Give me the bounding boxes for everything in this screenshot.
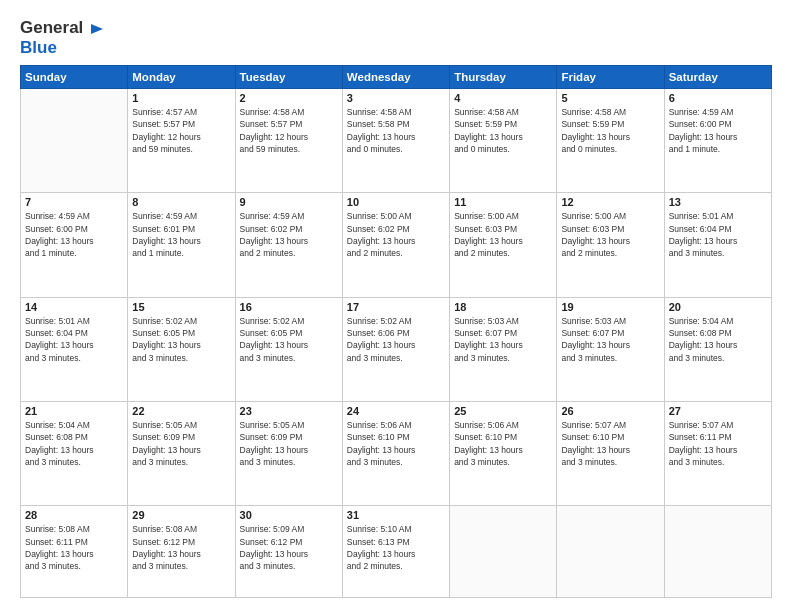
day-number: 20 xyxy=(669,301,767,313)
calendar-day-cell: 25Sunrise: 5:06 AM Sunset: 6:10 PM Dayli… xyxy=(450,402,557,506)
weekday-header-row: SundayMondayTuesdayWednesdayThursdayFrid… xyxy=(21,66,772,89)
day-number: 5 xyxy=(561,92,659,104)
calendar-day-cell xyxy=(450,506,557,598)
day-number: 10 xyxy=(347,196,445,208)
calendar-day-cell: 13Sunrise: 5:01 AM Sunset: 6:04 PM Dayli… xyxy=(664,193,771,297)
calendar-table: SundayMondayTuesdayWednesdayThursdayFrid… xyxy=(20,65,772,598)
logo-arrow-icon xyxy=(89,22,103,36)
day-number: 18 xyxy=(454,301,552,313)
calendar-day-cell: 22Sunrise: 5:05 AM Sunset: 6:09 PM Dayli… xyxy=(128,402,235,506)
day-number: 15 xyxy=(132,301,230,313)
svg-marker-0 xyxy=(91,24,103,34)
day-number: 6 xyxy=(669,92,767,104)
day-number: 30 xyxy=(240,509,338,521)
day-number: 31 xyxy=(347,509,445,521)
calendar-day-cell: 26Sunrise: 5:07 AM Sunset: 6:10 PM Dayli… xyxy=(557,402,664,506)
day-info: Sunrise: 4:58 AM Sunset: 5:59 PM Dayligh… xyxy=(454,106,552,155)
day-info: Sunrise: 5:08 AM Sunset: 6:11 PM Dayligh… xyxy=(25,523,123,572)
day-number: 9 xyxy=(240,196,338,208)
calendar-day-cell: 3Sunrise: 4:58 AM Sunset: 5:58 PM Daylig… xyxy=(342,89,449,193)
weekday-header-cell: Tuesday xyxy=(235,66,342,89)
calendar-day-cell: 14Sunrise: 5:01 AM Sunset: 6:04 PM Dayli… xyxy=(21,297,128,401)
day-info: Sunrise: 5:02 AM Sunset: 6:06 PM Dayligh… xyxy=(347,315,445,364)
day-info: Sunrise: 5:07 AM Sunset: 6:10 PM Dayligh… xyxy=(561,419,659,468)
calendar-day-cell: 18Sunrise: 5:03 AM Sunset: 6:07 PM Dayli… xyxy=(450,297,557,401)
calendar-day-cell: 6Sunrise: 4:59 AM Sunset: 6:00 PM Daylig… xyxy=(664,89,771,193)
day-info: Sunrise: 5:06 AM Sunset: 6:10 PM Dayligh… xyxy=(454,419,552,468)
day-info: Sunrise: 5:10 AM Sunset: 6:13 PM Dayligh… xyxy=(347,523,445,572)
day-info: Sunrise: 4:58 AM Sunset: 5:58 PM Dayligh… xyxy=(347,106,445,155)
calendar-day-cell: 2Sunrise: 4:58 AM Sunset: 5:57 PM Daylig… xyxy=(235,89,342,193)
day-number: 23 xyxy=(240,405,338,417)
calendar-day-cell: 31Sunrise: 5:10 AM Sunset: 6:13 PM Dayli… xyxy=(342,506,449,598)
day-info: Sunrise: 5:01 AM Sunset: 6:04 PM Dayligh… xyxy=(25,315,123,364)
calendar-day-cell: 15Sunrise: 5:02 AM Sunset: 6:05 PM Dayli… xyxy=(128,297,235,401)
weekday-header-cell: Monday xyxy=(128,66,235,89)
day-info: Sunrise: 5:02 AM Sunset: 6:05 PM Dayligh… xyxy=(240,315,338,364)
day-number: 3 xyxy=(347,92,445,104)
calendar-day-cell: 7Sunrise: 4:59 AM Sunset: 6:00 PM Daylig… xyxy=(21,193,128,297)
day-number: 17 xyxy=(347,301,445,313)
calendar-day-cell xyxy=(21,89,128,193)
day-number: 14 xyxy=(25,301,123,313)
day-number: 24 xyxy=(347,405,445,417)
calendar-day-cell: 1Sunrise: 4:57 AM Sunset: 5:57 PM Daylig… xyxy=(128,89,235,193)
calendar-week-row: 21Sunrise: 5:04 AM Sunset: 6:08 PM Dayli… xyxy=(21,402,772,506)
calendar-day-cell: 28Sunrise: 5:08 AM Sunset: 6:11 PM Dayli… xyxy=(21,506,128,598)
day-number: 2 xyxy=(240,92,338,104)
day-info: Sunrise: 5:03 AM Sunset: 6:07 PM Dayligh… xyxy=(454,315,552,364)
day-number: 8 xyxy=(132,196,230,208)
day-number: 12 xyxy=(561,196,659,208)
day-info: Sunrise: 4:58 AM Sunset: 5:59 PM Dayligh… xyxy=(561,106,659,155)
day-info: Sunrise: 4:59 AM Sunset: 6:00 PM Dayligh… xyxy=(669,106,767,155)
day-number: 22 xyxy=(132,405,230,417)
logo: General Blue xyxy=(20,18,103,57)
day-number: 1 xyxy=(132,92,230,104)
calendar-day-cell: 23Sunrise: 5:05 AM Sunset: 6:09 PM Dayli… xyxy=(235,402,342,506)
day-info: Sunrise: 5:07 AM Sunset: 6:11 PM Dayligh… xyxy=(669,419,767,468)
day-number: 16 xyxy=(240,301,338,313)
day-number: 28 xyxy=(25,509,123,521)
calendar-day-cell: 30Sunrise: 5:09 AM Sunset: 6:12 PM Dayli… xyxy=(235,506,342,598)
weekday-header-cell: Sunday xyxy=(21,66,128,89)
day-info: Sunrise: 4:58 AM Sunset: 5:57 PM Dayligh… xyxy=(240,106,338,155)
logo-text: General Blue xyxy=(20,18,103,57)
calendar-day-cell: 5Sunrise: 4:58 AM Sunset: 5:59 PM Daylig… xyxy=(557,89,664,193)
calendar-day-cell xyxy=(557,506,664,598)
day-info: Sunrise: 4:59 AM Sunset: 6:02 PM Dayligh… xyxy=(240,210,338,259)
weekday-header-cell: Wednesday xyxy=(342,66,449,89)
day-number: 21 xyxy=(25,405,123,417)
day-info: Sunrise: 5:06 AM Sunset: 6:10 PM Dayligh… xyxy=(347,419,445,468)
header: General Blue xyxy=(20,18,772,57)
calendar-body: 1Sunrise: 4:57 AM Sunset: 5:57 PM Daylig… xyxy=(21,89,772,598)
calendar-day-cell: 24Sunrise: 5:06 AM Sunset: 6:10 PM Dayli… xyxy=(342,402,449,506)
calendar-day-cell: 20Sunrise: 5:04 AM Sunset: 6:08 PM Dayli… xyxy=(664,297,771,401)
calendar-day-cell: 21Sunrise: 5:04 AM Sunset: 6:08 PM Dayli… xyxy=(21,402,128,506)
day-info: Sunrise: 4:59 AM Sunset: 6:01 PM Dayligh… xyxy=(132,210,230,259)
calendar-day-cell: 29Sunrise: 5:08 AM Sunset: 6:12 PM Dayli… xyxy=(128,506,235,598)
day-number: 11 xyxy=(454,196,552,208)
day-number: 26 xyxy=(561,405,659,417)
day-info: Sunrise: 5:04 AM Sunset: 6:08 PM Dayligh… xyxy=(669,315,767,364)
weekday-header-cell: Saturday xyxy=(664,66,771,89)
day-info: Sunrise: 5:03 AM Sunset: 6:07 PM Dayligh… xyxy=(561,315,659,364)
day-info: Sunrise: 5:00 AM Sunset: 6:03 PM Dayligh… xyxy=(454,210,552,259)
calendar-day-cell xyxy=(664,506,771,598)
weekday-header-cell: Friday xyxy=(557,66,664,89)
page: General Blue SundayMondayTuesdayWednesda… xyxy=(0,0,792,612)
day-number: 27 xyxy=(669,405,767,417)
day-info: Sunrise: 4:57 AM Sunset: 5:57 PM Dayligh… xyxy=(132,106,230,155)
day-info: Sunrise: 5:08 AM Sunset: 6:12 PM Dayligh… xyxy=(132,523,230,572)
calendar-week-row: 14Sunrise: 5:01 AM Sunset: 6:04 PM Dayli… xyxy=(21,297,772,401)
calendar-week-row: 1Sunrise: 4:57 AM Sunset: 5:57 PM Daylig… xyxy=(21,89,772,193)
day-info: Sunrise: 5:09 AM Sunset: 6:12 PM Dayligh… xyxy=(240,523,338,572)
day-number: 7 xyxy=(25,196,123,208)
day-info: Sunrise: 5:05 AM Sunset: 6:09 PM Dayligh… xyxy=(240,419,338,468)
calendar-day-cell: 9Sunrise: 4:59 AM Sunset: 6:02 PM Daylig… xyxy=(235,193,342,297)
day-info: Sunrise: 5:02 AM Sunset: 6:05 PM Dayligh… xyxy=(132,315,230,364)
day-info: Sunrise: 4:59 AM Sunset: 6:00 PM Dayligh… xyxy=(25,210,123,259)
day-info: Sunrise: 5:01 AM Sunset: 6:04 PM Dayligh… xyxy=(669,210,767,259)
day-number: 19 xyxy=(561,301,659,313)
weekday-header-cell: Thursday xyxy=(450,66,557,89)
day-info: Sunrise: 5:04 AM Sunset: 6:08 PM Dayligh… xyxy=(25,419,123,468)
